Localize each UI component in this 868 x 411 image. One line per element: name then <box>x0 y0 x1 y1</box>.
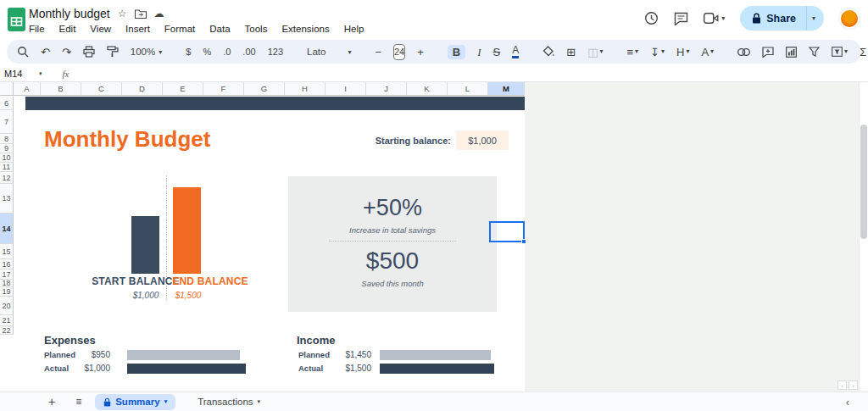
row-header-6[interactable]: 6 <box>0 97 14 110</box>
menu-help[interactable]: Help <box>344 24 364 34</box>
zoom-select[interactable]: 100% ▾ <box>131 47 162 57</box>
italic-button[interactable]: I <box>477 47 481 58</box>
column-header-A[interactable]: A <box>14 82 41 96</box>
insert-link-button[interactable] <box>737 48 750 56</box>
row-header-21[interactable]: 21 <box>0 315 14 326</box>
sheet-tab-summary[interactable]: Summary▾ <box>95 394 175 410</box>
more-formats-button[interactable]: 123 <box>268 47 283 57</box>
tab-dropdown-icon[interactable]: ▾ <box>164 398 168 405</box>
tab-dropdown-icon[interactable]: ▾ <box>258 398 261 405</box>
column-header-G[interactable]: G <box>244 82 285 96</box>
menu-tools[interactable]: Tools <box>245 24 268 34</box>
strikethrough-button[interactable]: S <box>493 47 501 58</box>
row-header-8[interactable]: 8 <box>0 134 14 144</box>
redo-button[interactable]: ↷ <box>62 47 71 58</box>
format-percent-button[interactable]: % <box>203 47 211 57</box>
share-button[interactable]: Share ▾ <box>740 6 824 31</box>
functions-button[interactable]: Σ <box>860 47 866 58</box>
column-header-E[interactable]: E <box>163 82 203 96</box>
decrease-font-size-button[interactable]: − <box>375 47 381 58</box>
name-box-dropdown-icon[interactable]: ▾ <box>39 70 42 77</box>
join-call-button[interactable]: ▾ <box>704 13 725 24</box>
row-header-10[interactable]: 10 <box>0 153 14 163</box>
formula-input[interactable] <box>69 66 868 81</box>
filter-views-button[interactable]: ▾ <box>832 47 848 57</box>
column-header-H[interactable]: H <box>285 82 326 96</box>
row-header-11[interactable]: 11 <box>0 163 14 172</box>
increase-decimal-button[interactable]: .00 <box>242 47 255 57</box>
row-header-9[interactable]: 9 <box>0 144 14 153</box>
column-header-M[interactable]: M <box>488 82 525 96</box>
row-header-22[interactable]: 22 <box>0 326 14 335</box>
account-avatar[interactable] <box>839 8 860 29</box>
format-currency-button[interactable]: $ <box>186 47 191 57</box>
spreadsheet-grid[interactable]: Monthly Budget Starting balance: $1,000 … <box>0 82 868 392</box>
row-header-13[interactable]: 13 <box>0 184 14 214</box>
paint-format-button[interactable] <box>107 46 119 58</box>
horizontal-align-button[interactable]: ≡▾ <box>626 47 638 58</box>
menu-extensions[interactable]: Extensions <box>281 24 329 34</box>
scroll-left-button[interactable]: ‹ <box>837 380 847 390</box>
menu-view[interactable]: View <box>90 24 111 34</box>
scroll-right-button[interactable]: › <box>849 380 858 390</box>
create-filter-button[interactable] <box>809 47 820 57</box>
font-size-input[interactable]: 24 <box>393 44 405 60</box>
fill-handle[interactable] <box>521 239 526 244</box>
column-header-L[interactable]: L <box>448 82 488 96</box>
vertical-align-button[interactable]: ↧▾ <box>650 47 665 58</box>
row-header-16[interactable]: 16 <box>0 259 14 269</box>
column-header-J[interactable]: J <box>366 82 407 96</box>
starting-balance-cell[interactable]: $1,000 <box>456 131 509 150</box>
insert-comment-button[interactable] <box>762 47 774 58</box>
move-folder-icon[interactable] <box>135 9 147 19</box>
menu-data[interactable]: Data <box>209 24 230 34</box>
column-header-C[interactable]: C <box>81 82 122 96</box>
row-header-14[interactable]: 14 <box>0 214 14 244</box>
bold-button[interactable]: B <box>448 45 465 59</box>
insert-chart-button[interactable] <box>786 47 797 58</box>
call-dropdown-icon[interactable]: ▾ <box>721 14 725 22</box>
star-icon[interactable]: ☆ <box>118 8 127 19</box>
sheet-tab-transactions[interactable]: Transactions▾ <box>189 394 269 410</box>
text-wrapping-button[interactable]: H▾ <box>676 47 689 58</box>
column-header-I[interactable]: I <box>326 82 366 96</box>
increase-font-size-button[interactable]: + <box>417 47 424 58</box>
menu-format[interactable]: Format <box>164 24 195 34</box>
menu-insert[interactable]: Insert <box>125 24 150 34</box>
print-button[interactable] <box>83 46 95 58</box>
search-icon[interactable] <box>17 46 29 58</box>
add-sheet-button[interactable]: + <box>48 395 55 408</box>
fill-color-button[interactable] <box>542 46 554 58</box>
all-sheets-button[interactable]: ≡ <box>75 396 81 408</box>
text-rotation-button[interactable]: A▾ <box>701 47 714 58</box>
menu-edit[interactable]: Edit <box>59 24 76 34</box>
share-dropdown-button[interactable]: ▾ <box>806 6 824 31</box>
row-header-15[interactable]: 15 <box>0 244 14 259</box>
version-history-icon[interactable] <box>644 11 659 25</box>
comment-history-icon[interactable] <box>674 12 688 25</box>
document-title[interactable]: Monthly budget <box>29 7 110 20</box>
text-color-button[interactable]: A <box>512 45 519 58</box>
menu-file[interactable]: File <box>29 24 45 34</box>
name-box[interactable]: M14 <box>0 69 39 79</box>
column-header-D[interactable]: D <box>122 82 163 96</box>
row-header-12[interactable]: 12 <box>0 172 14 184</box>
row-header-18[interactable]: 18 <box>0 280 14 287</box>
cloud-status-icon[interactable]: ☁ <box>154 8 164 19</box>
select-all-corner[interactable] <box>0 82 14 96</box>
row-header-7[interactable]: 7 <box>0 110 14 134</box>
sheets-logo-icon[interactable] <box>8 8 25 31</box>
row-header-20[interactable]: 20 <box>0 297 14 315</box>
borders-button[interactable]: ⊞ <box>566 47 576 58</box>
column-header-B[interactable]: B <box>41 82 81 96</box>
decrease-decimal-button[interactable]: .0 <box>223 47 231 57</box>
undo-button[interactable]: ↶ <box>41 47 50 58</box>
selected-cell-M14[interactable] <box>489 221 525 242</box>
column-header-F[interactable]: F <box>203 82 244 96</box>
column-header-K[interactable]: K <box>407 82 448 96</box>
collapse-side-panel-icon[interactable]: ‹ <box>846 396 849 408</box>
font-family-select[interactable]: Lato ▾ <box>307 47 351 57</box>
vertical-scrollbar[interactable] <box>859 82 868 392</box>
row-header-19[interactable]: 19 <box>0 287 14 297</box>
vertical-scrollbar-thumb[interactable] <box>860 125 867 239</box>
